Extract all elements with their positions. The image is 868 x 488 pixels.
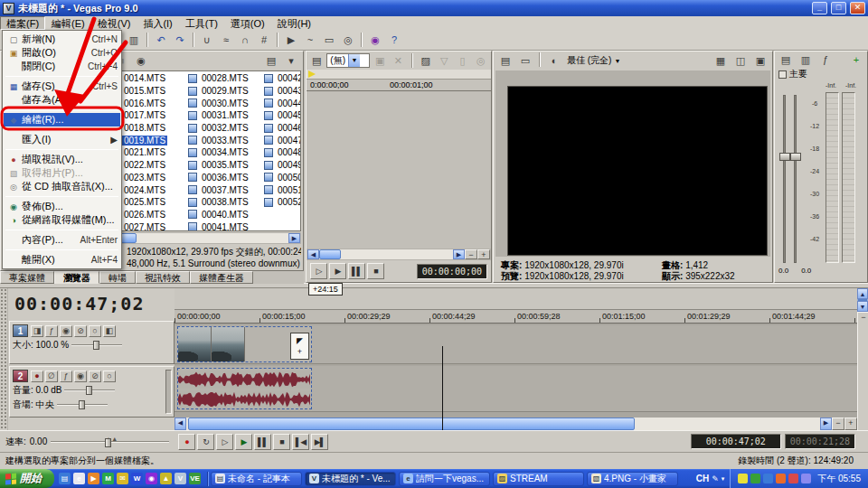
file-item[interactable]: 00028.MTS (188, 72, 266, 85)
file-item[interactable]: 00042.MTS (264, 72, 301, 85)
go-to-start-button[interactable]: ▌◀ (292, 434, 309, 450)
save-trimmer-icon[interactable]: ▣ (372, 52, 388, 69)
mute-icon[interactable]: ⊘ (89, 371, 101, 382)
start-button[interactable]: 開始 (0, 469, 54, 488)
menubar-item-編[interactable]: 編輯(E) (45, 16, 91, 30)
file-menu-item[interactable]: ◆繪檔(R)... (4, 113, 120, 127)
loop-playback-button[interactable]: ↻ (197, 434, 214, 450)
tray-antivirus-icon[interactable] (750, 474, 760, 483)
compose-mode-icon[interactable]: ◧ (103, 325, 116, 337)
msn-messenger-icon[interactable]: M (102, 473, 114, 484)
file-item[interactable]: 00030.MTS (188, 97, 266, 109)
taskbar-task[interactable]: ▨STREAM (493, 472, 584, 486)
ie-icon[interactable]: e (73, 473, 85, 484)
video-editor-icon[interactable]: VE (189, 473, 201, 484)
play-button[interactable]: ▶ (235, 434, 252, 450)
fader-handle-right[interactable] (790, 153, 801, 161)
tray-network-icon[interactable] (763, 474, 773, 483)
invert-phase-icon[interactable]: ∅ (45, 371, 58, 382)
file-menu-item[interactable]: ▦儲存(S)Ctrl+S (4, 80, 120, 93)
trimmer-history-icon[interactable]: ▤ (308, 52, 325, 69)
enable-snapping-icon[interactable]: ∪ (198, 32, 216, 48)
go-to-end-button[interactable]: ▶▌ (311, 434, 328, 450)
selection-end-timecode[interactable]: 00:00:21;28 (785, 434, 855, 449)
menubar-item-檢[interactable]: 檢視(V) (91, 16, 137, 30)
rate-slider[interactable]: ▲▲ (51, 437, 169, 446)
external-monitor-icon[interactable]: ▭ (516, 52, 534, 69)
scroll-right-arrow-icon[interactable]: ▶ (820, 418, 832, 430)
video-display[interactable] (507, 86, 768, 256)
tab-轉場[interactable]: 轉場 (99, 271, 136, 284)
zoom-out-button[interactable]: − (465, 249, 477, 259)
interactive-tutorials-icon[interactable]: ◉ (366, 32, 384, 48)
taskbar-task[interactable]: V未標題的 * - Ve... (305, 472, 396, 486)
trimmer-preset-combo[interactable]: (無)▼ (326, 53, 370, 68)
trimmer-timecode[interactable]: 00:00:00;00 (417, 264, 487, 279)
scroll-left-arrow-icon[interactable]: ◀ (175, 418, 186, 430)
trimmer-media-area[interactable] (307, 91, 491, 249)
tab-專案媒體[interactable]: 專案媒體 (0, 271, 54, 284)
trimmer-marker-bar[interactable] (307, 70, 491, 80)
fader-handle-left[interactable] (779, 153, 790, 161)
timeline-marker-bar[interactable] (175, 288, 857, 310)
tray-display-icon[interactable] (801, 474, 811, 483)
file-item[interactable]: 00044.MTS (264, 97, 301, 109)
file-menu-item[interactable]: ▢新增(N)Ctrl+N (4, 33, 120, 46)
zoom-selection-icon[interactable]: ◎ (473, 52, 489, 69)
track-panel-grip[interactable] (0, 288, 8, 430)
file-item[interactable]: 00047.MTS (264, 134, 301, 146)
scroll-right-arrow-icon[interactable]: ▶ (288, 233, 300, 243)
undo-icon[interactable]: ↶ (152, 32, 170, 48)
timeline[interactable]: 00:00:00;0000:00:15;0000:00:29;2900:00:4… (175, 288, 857, 430)
views-icon[interactable]: ▤ (262, 52, 280, 69)
audio-track-header[interactable]: 2 ●∅ƒ◉⊘○ 音量: 0.0 dB 音場: 中央 (9, 366, 175, 418)
file-item[interactable]: 00037.MTS (188, 183, 266, 196)
selection-edit-tool-icon[interactable]: ▭ (320, 32, 338, 48)
fader-groove[interactable] (794, 95, 797, 263)
tray-ime-icon[interactable] (788, 474, 798, 483)
zoom-edit-tool-icon[interactable]: ◎ (339, 32, 357, 48)
file-item[interactable]: 00049.MTS (264, 159, 301, 172)
insert-bus-icon[interactable]: ▥ (797, 52, 815, 68)
timeline-tracks-area[interactable]: ◤ + (175, 324, 857, 417)
file-item[interactable]: 00029.MTS (188, 85, 266, 98)
normal-edit-tool-icon[interactable]: ▶ (282, 32, 300, 48)
save-snapshot-icon[interactable]: ▣ (751, 52, 769, 69)
menubar-item-說[interactable]: 說明(H) (271, 16, 317, 30)
open-in-trimmer-icon[interactable]: ▨ (418, 52, 434, 69)
file-menu-item[interactable]: ◎從 CD 抽取音訊(X)... (4, 180, 120, 193)
close-button[interactable]: ✕ (850, 2, 865, 14)
track-fx-icon[interactable]: ƒ (60, 371, 72, 382)
file-menu-item[interactable]: ▣開啟(O)Ctrl+O (4, 46, 120, 60)
whats-this-help-icon[interactable]: ? (385, 32, 403, 48)
record-button[interactable]: ● (178, 434, 195, 450)
redo-icon[interactable]: ↷ (171, 32, 189, 48)
copy-snapshot-icon[interactable]: ◫ (731, 52, 750, 69)
tab-視訊特效[interactable]: 視訊特效 (136, 271, 190, 284)
paste-icon[interactable]: ▥ (125, 32, 143, 48)
taskbar-task[interactable]: ▤未命名 - 記事本 (211, 472, 302, 486)
word-icon[interactable]: W (131, 473, 143, 484)
overlays-icon[interactable]: ▦ (712, 52, 730, 69)
file-item[interactable]: 00041.MTS (188, 221, 266, 231)
slider-thumb[interactable] (79, 400, 85, 409)
timeline-vertical-scrollbar[interactable]: ▲ ▼ − + (857, 288, 868, 430)
file-menu-item[interactable]: ▧取得相片(P)... (4, 166, 120, 180)
outlook-icon[interactable]: ✉ (117, 473, 128, 484)
language-bar[interactable]: CH ✎ ▾ (691, 474, 731, 483)
insert-fx-icon[interactable]: ƒ (816, 52, 835, 68)
file-item[interactable]: 00035.MTS (188, 159, 266, 172)
auto-preview-icon[interactable]: ◉ (132, 52, 150, 69)
file-item[interactable]: 00038.MTS (188, 196, 266, 209)
tab-瀏覽器[interactable]: 瀏覽器 (54, 271, 99, 284)
auto-ripple-icon[interactable]: ≈ (217, 32, 235, 48)
pause-button[interactable]: ▌▌ (348, 263, 365, 279)
lock-envelopes-icon[interactable]: ∩ (236, 32, 254, 48)
track-number-badge[interactable]: 1 (13, 324, 28, 337)
mute-icon[interactable]: ⊘ (74, 325, 87, 337)
file-item[interactable]: 00031.MTS (188, 109, 266, 122)
preview-quality-icon[interactable]: ◐ (545, 52, 563, 69)
vegas-quicklaunch-icon[interactable]: V (175, 473, 186, 484)
play-from-start-button[interactable]: ▷ (310, 263, 327, 279)
preview-quality-dropdown[interactable]: 最佳 (完全) ▼ (565, 53, 622, 68)
